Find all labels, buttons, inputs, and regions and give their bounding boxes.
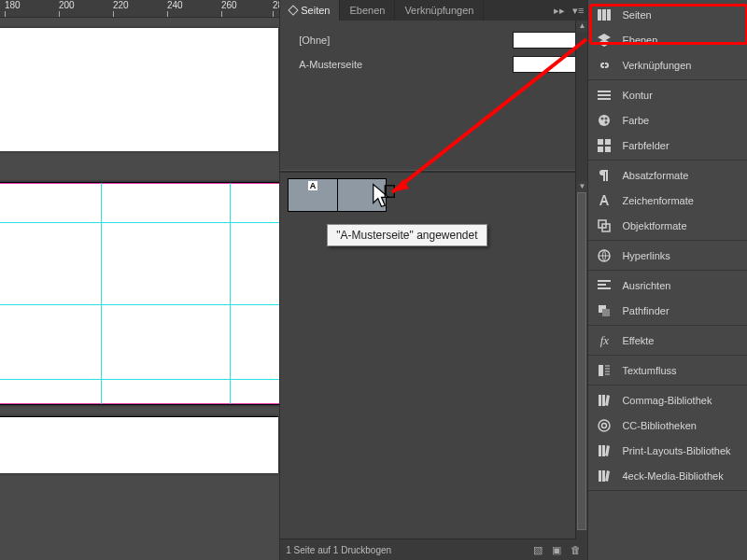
dock-hyperlinks[interactable]: Hyperlinks <box>588 243 747 268</box>
dock-label: Farbfelder <box>622 140 669 151</box>
tab-layers[interactable]: Ebenen <box>340 0 395 21</box>
svg-rect-19 <box>602 395 605 406</box>
dock-pages[interactable]: Seiten <box>588 2 747 27</box>
dock-label: Verknüpfungen <box>622 60 691 71</box>
textwrap-icon <box>596 362 613 379</box>
spread-current[interactable] <box>0 182 279 405</box>
stroke-icon <box>596 87 613 104</box>
svg-rect-17 <box>599 365 603 376</box>
master-row-none[interactable]: [Ohne] <box>288 28 580 52</box>
document-pages-area[interactable]: A "A-Musterseite" angewendet <box>280 173 587 539</box>
master-label: [Ohne] <box>288 35 513 46</box>
dock-lib-cc[interactable]: CC-Bibliotheken <box>588 413 747 438</box>
links-icon <box>596 57 613 74</box>
dock-links[interactable]: Verknüpfungen <box>588 52 747 77</box>
pages-icon <box>596 7 613 23</box>
svg-point-5 <box>601 117 604 119</box>
dock-label: Absatzformate <box>622 170 688 181</box>
ruler-tick: 260 <box>221 0 237 10</box>
dock-effects[interactable]: fx Effekte <box>588 328 747 353</box>
spread-next[interactable] <box>0 416 278 473</box>
panel-dock: Seiten Ebenen Verknüpfungen Kontur Farbe <box>588 0 747 560</box>
ruler-tick: 240 <box>167 0 183 10</box>
svg-rect-23 <box>602 445 605 456</box>
scroll-down-icon[interactable]: ▼ <box>576 181 587 192</box>
dock-color[interactable]: Farbe <box>588 107 747 133</box>
layers-icon <box>596 32 613 49</box>
tab-label: Verknüpfungen <box>404 0 473 21</box>
dock-stroke[interactable]: Kontur <box>588 82 747 107</box>
character-icon <box>596 192 613 209</box>
align-icon <box>596 277 613 294</box>
diamond-icon <box>289 5 299 15</box>
dock-label: Seiten <box>622 9 651 21</box>
dock-label: Pathfinder <box>622 305 669 316</box>
library-icon <box>596 468 613 484</box>
dock-label: Commag-Bibliothek <box>622 395 712 406</box>
color-icon <box>596 112 613 129</box>
horizontal-ruler[interactable]: 180 200 220 240 260 280 <box>0 0 279 18</box>
dock-swatches[interactable]: Farbfelder <box>588 133 747 158</box>
svg-point-6 <box>605 117 608 119</box>
collapse-icon[interactable]: ▸▸ <box>554 5 565 17</box>
library-icon <box>596 392 613 409</box>
spread-previous[interactable] <box>0 28 278 151</box>
library-icon <box>596 442 613 459</box>
panel-scrollbar[interactable]: ▲ ▼ <box>575 21 587 539</box>
dock-layers[interactable]: Ebenen <box>588 27 747 52</box>
master-pages-list: [Ohne] A-Musterseite <box>280 21 587 77</box>
scroll-up-icon[interactable]: ▲ <box>576 21 587 32</box>
dock-label: Ausrichten <box>622 280 670 291</box>
master-badge: A <box>308 181 317 190</box>
tooltip-text: "A-Musterseite" angewendet <box>336 229 477 242</box>
panel-footer: 1 Seite auf 1 Druckbogen ▧ ▣ 🗑 <box>280 539 587 560</box>
dock-label: Farbe <box>622 115 649 126</box>
svg-rect-16 <box>602 309 610 316</box>
dock-character-styles[interactable]: Zeichenformate <box>588 188 747 213</box>
ruler-tick: 180 <box>5 0 21 10</box>
master-row-a[interactable]: A-Musterseite <box>288 52 580 77</box>
page-thumbnail[interactable]: A <box>288 178 387 212</box>
scroll-thumb[interactable] <box>577 192 586 530</box>
delete-page-icon[interactable]: 🗑 <box>569 543 582 556</box>
dock-label: CC-Bibliotheken <box>622 420 696 431</box>
master-thumb <box>513 32 580 49</box>
new-page-icon[interactable]: ▣ <box>550 543 563 556</box>
master-thumb <box>513 56 580 73</box>
svg-rect-8 <box>598 139 603 145</box>
pathfinder-icon <box>596 302 613 319</box>
document-canvas[interactable]: 180 200 220 240 260 280 <box>0 0 279 560</box>
svg-point-7 <box>605 120 608 123</box>
tab-links[interactable]: Verknüpfungen <box>395 0 484 21</box>
dock-label: Ebenen <box>622 35 657 46</box>
svg-rect-3 <box>607 9 611 21</box>
ruler-tick: 280 <box>273 0 279 10</box>
panel-tabs: Seiten Ebenen Verknüpfungen ▸▸ ▾≡ <box>280 0 587 21</box>
dock-lib-print[interactable]: Print-Layouts-Bibliothek <box>588 438 747 463</box>
svg-rect-18 <box>599 395 601 406</box>
dock-lib-4eck[interactable]: 4eck-Media-Bibliothek <box>588 463 747 488</box>
dock-label: Print-Layouts-Bibliothek <box>622 445 730 456</box>
panel-menu-icon[interactable]: ▾≡ <box>572 5 584 17</box>
edit-page-icon[interactable]: ▧ <box>531 543 544 556</box>
svg-rect-24 <box>599 470 601 482</box>
dock-textwrap[interactable]: Textumfluss <box>588 357 747 383</box>
paragraph-icon <box>596 167 613 184</box>
svg-rect-22 <box>599 445 601 456</box>
dock-pathfinder[interactable]: Pathfinder <box>588 298 747 323</box>
object-icon <box>596 217 613 234</box>
tooltip: "A-Musterseite" angewendet <box>327 224 486 246</box>
tab-pages[interactable]: Seiten <box>280 0 340 21</box>
tab-label: Ebenen <box>349 0 385 21</box>
dock-object-styles[interactable]: Objektformate <box>588 213 747 238</box>
svg-rect-11 <box>605 147 611 152</box>
swatches-icon <box>596 137 613 154</box>
dock-label: Kontur <box>622 90 652 101</box>
svg-rect-10 <box>598 147 603 152</box>
dock-align[interactable]: Ausrichten <box>588 273 747 298</box>
dock-label: Zeichenformate <box>622 195 693 206</box>
dock-lib-commag[interactable]: Commag-Bibliothek <box>588 387 747 413</box>
dock-paragraph-styles[interactable]: Absatzformate <box>588 162 747 188</box>
footer-status: 1 Seite auf 1 Druckbogen <box>286 545 391 555</box>
dock-label: Textumfluss <box>622 365 676 376</box>
